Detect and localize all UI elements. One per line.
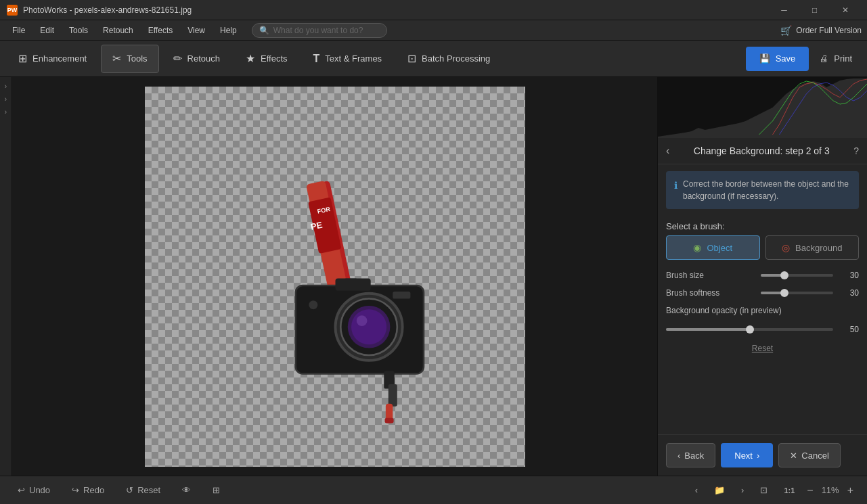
open-folder-button[interactable]: 📁 (710, 485, 729, 495)
menu-effects[interactable]: Effects (141, 23, 179, 38)
retouch-label: Retouch (187, 53, 220, 64)
cart-icon (780, 25, 792, 36)
search-box[interactable]: 🔍 What do you want to do? (252, 23, 387, 38)
menu-edit[interactable]: Edit (33, 23, 61, 38)
brush-softness-row: Brush softness 30 (658, 284, 867, 302)
menu-tools[interactable]: Tools (62, 23, 95, 38)
retouch-button[interactable]: ✏ Retouch (162, 45, 231, 73)
menu-view[interactable]: View (181, 23, 212, 38)
zoom-in-icon: + (847, 484, 853, 496)
left-sidebar: › › › (0, 77, 12, 476)
sidebar-arrow-3[interactable]: › (1, 108, 11, 116)
enhancement-button[interactable]: ⊞ Enhancement (7, 45, 98, 73)
crop-button[interactable]: ⊞ (208, 485, 224, 495)
brush-size-row: Brush size 30 (658, 267, 867, 284)
svg-point-13 (357, 315, 368, 326)
eye-button[interactable]: 👁 (178, 485, 195, 495)
brush-size-label: Brush size (666, 271, 754, 280)
next-image-button[interactable]: › (737, 485, 748, 495)
camera-image: FOR PE (240, 181, 449, 428)
zoom-fit-button[interactable]: ⊡ (756, 485, 772, 495)
title-bar: PW PhotoWorks - pexels-alex-andrews-8216… (0, 0, 867, 20)
brush-softness-track[interactable] (761, 292, 833, 294)
minimize-button[interactable]: ─ (769, 0, 799, 20)
background-brush-button[interactable]: ◎ Background (765, 235, 860, 260)
toolbar: ⊞ Enhancement ✂ Tools ✏ Retouch ★ Effect… (0, 41, 867, 77)
tools-button[interactable]: ✂ Tools (101, 45, 158, 73)
search-placeholder: What do you want to do? (273, 26, 363, 35)
step-header: ‹ Change Background: step 2 of 3 ? (658, 138, 867, 164)
right-panel: ‹ Change Background: step 2 of 3 ? ℹ Cor… (657, 77, 867, 476)
reset-label: Reset (137, 485, 160, 495)
save-icon: 💾 (759, 53, 770, 64)
undo-button[interactable]: ↩ Undo (14, 485, 54, 495)
background-brush-icon: ◎ (782, 242, 790, 253)
bg-opacity-thumb[interactable] (746, 325, 754, 334)
info-box: ℹ Correct the border between the object … (666, 171, 859, 209)
svg-point-15 (309, 300, 317, 309)
canvas-area[interactable]: FOR PE (12, 77, 657, 476)
brush-softness-thumb[interactable] (780, 289, 788, 297)
next-button[interactable]: Next › (721, 443, 773, 467)
zoom-in-button[interactable]: + (847, 484, 853, 497)
bg-opacity-label: Background opacity (in preview) (666, 306, 859, 315)
menu-file[interactable]: File (5, 23, 32, 38)
tools-icon: ✂ (112, 52, 121, 65)
close-button[interactable]: ✕ (830, 0, 860, 20)
batch-processing-button[interactable]: ⊡ Batch Processing (396, 45, 502, 73)
zoom-fit-icon: ⊡ (760, 485, 768, 495)
sidebar-arrow-2[interactable]: › (1, 95, 11, 103)
cancel-button[interactable]: ✕ Cancel (778, 443, 840, 467)
prev-image-button[interactable]: ‹ (691, 485, 702, 495)
menu-help[interactable]: Help (213, 23, 244, 38)
title-bar-left: PW PhotoWorks - pexels-alex-andrews-8216… (7, 5, 192, 16)
bg-opacity-track[interactable] (666, 328, 833, 331)
brush-size-thumb[interactable] (780, 271, 788, 279)
back-label: Back (684, 451, 704, 461)
zoom-value: 11% (822, 485, 839, 495)
redo-icon: ↪ (72, 485, 79, 495)
zoom-out-button[interactable]: − (807, 484, 813, 497)
svg-point-12 (351, 309, 386, 344)
zoom-one-icon: 1:1 (784, 486, 795, 495)
object-brush-button[interactable]: ◉ Object (666, 235, 760, 260)
sidebar-arrow-1[interactable]: › (1, 83, 11, 90)
undo-icon: ↩ (18, 485, 25, 495)
effects-button[interactable]: ★ Effects (234, 45, 299, 73)
select-brush-label: Select a brush: (658, 216, 867, 235)
maximize-button[interactable]: □ (799, 0, 830, 20)
undo-label: Undo (29, 485, 50, 495)
info-text: Correct the border between the object an… (683, 178, 851, 202)
bg-opacity-row: Background opacity (in preview) 50 (658, 302, 867, 338)
svg-rect-17 (388, 384, 397, 407)
bottom-bar: ↩ Undo ↪ Redo ↺ Reset 👁 ⊞ ‹ 📁 › ⊡ 1:1 − (0, 476, 867, 504)
folder-icon: 📁 (714, 485, 725, 495)
reset-link[interactable]: Reset (658, 338, 867, 359)
window-title: PhotoWorks - pexels-alex-andrews-821651.… (23, 5, 192, 15)
step-back-button[interactable]: ‹ (666, 145, 669, 157)
brush-softness-label: Brush softness (666, 288, 754, 298)
brush-size-track[interactable] (761, 274, 833, 277)
batch-label: Batch Processing (422, 53, 490, 64)
main-area: › › › FOR PE (0, 77, 867, 476)
bg-opacity-fill (666, 328, 750, 331)
text-frames-button[interactable]: T Text & Frames (302, 45, 394, 73)
enhance-icon: ⊞ (18, 52, 27, 65)
step-help-button[interactable]: ? (853, 145, 859, 156)
brush-buttons: ◉ Object ◎ Background (658, 235, 867, 267)
background-brush-label: Background (795, 243, 842, 253)
menu-retouch[interactable]: Retouch (96, 23, 140, 38)
back-icon: ‹ (677, 451, 680, 461)
print-button[interactable]: 🖨 Print (812, 47, 860, 71)
next-label: Next (734, 451, 753, 461)
order-full-label: Order Full Version (796, 26, 862, 35)
order-full-version-button[interactable]: Order Full Version (780, 25, 862, 36)
tools-label: Tools (127, 53, 147, 64)
redo-button[interactable]: ↪ Redo (68, 485, 108, 495)
object-brush-icon: ◉ (693, 242, 701, 253)
effects-icon: ★ (246, 52, 255, 65)
reset-button[interactable]: ↺ Reset (122, 485, 164, 495)
back-button[interactable]: ‹ Back (666, 443, 715, 467)
save-button[interactable]: 💾 Save (746, 47, 809, 71)
zoom-one-one-button[interactable]: 1:1 (780, 486, 799, 495)
